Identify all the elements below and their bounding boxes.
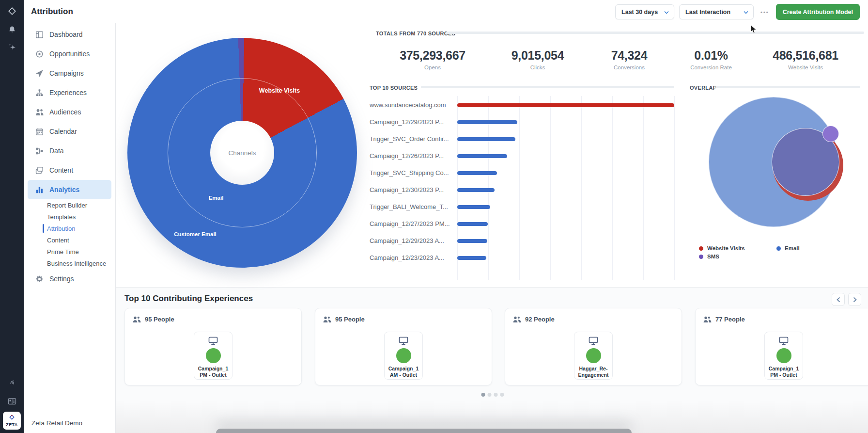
experience-node[interactable]: Campaign_1PM - Outlet	[194, 332, 232, 380]
dashboard-icon	[35, 30, 44, 39]
sidebar-sub-item[interactable]: Report Builder	[24, 199, 115, 211]
source-row[interactable]: Trigger_SVC_Order Confir...	[370, 130, 680, 147]
top-sources-shimmer-line	[421, 86, 674, 88]
source-row[interactable]: Campaign_12/26/2023 P...	[370, 147, 680, 164]
sidebar-item-label: Analytics	[49, 186, 79, 193]
sidebar-item[interactable]: Opportunities	[28, 44, 111, 64]
attribution-model-dropdown[interactable]: Last Interaction	[679, 4, 754, 19]
sidebar-item[interactable]: Content	[28, 160, 111, 180]
sidebar-sub-item-label: Templates	[47, 213, 76, 221]
sidebar-item[interactable]: Experiences	[28, 83, 111, 102]
sidebar-sub-item-label: Business Intelligence	[47, 260, 106, 267]
sunburst-label-customer-email: Customer Email	[174, 231, 217, 237]
sidebar-item-label: Settings	[49, 275, 74, 283]
source-row[interactable]: Campaign_12/27/2023 PM...	[370, 215, 680, 232]
carousel-dots	[481, 393, 504, 397]
calendar-icon	[35, 127, 44, 136]
venn-sms-circle	[822, 126, 839, 142]
dollar-icon	[206, 348, 221, 363]
carousel-dot[interactable]	[500, 393, 504, 397]
source-row[interactable]: Campaign_12/23/2023 A...	[370, 249, 680, 266]
sidebar-sub-item[interactable]: Templates	[24, 211, 115, 223]
sidebar-sub-item[interactable]: Business Intelligence	[24, 257, 115, 269]
source-bar	[457, 205, 490, 209]
metric: 375,293,667 Opens	[400, 48, 465, 70]
paper-plane-icon	[35, 69, 44, 78]
overlap-shimmer-line	[715, 86, 860, 88]
sidebar-item[interactable]: Analytics	[28, 180, 111, 199]
sidebar-item[interactable]: Data	[28, 141, 111, 160]
legend-dot	[776, 246, 781, 251]
source-row[interactable]: Trigger_BALI_Welcome_T...	[370, 198, 680, 215]
chevron-down-icon	[744, 9, 748, 16]
top-sources-header: TOP 10 SOURCES	[370, 85, 418, 91]
mouse-cursor	[750, 24, 759, 37]
metric-value: 74,324	[611, 48, 648, 63]
experience-label: Campaign_1PM - Outlet	[198, 366, 228, 378]
source-row[interactable]: Campaign_12/29/2023 A...	[370, 232, 680, 249]
sunburst-label-email: Email	[209, 195, 224, 201]
source-label: Campaign_12/29/2023 P...	[370, 118, 457, 126]
experience-card[interactable]: 95 People Campaign_1AM - Outlet	[315, 308, 492, 385]
notifications-bell-icon[interactable]	[0, 25, 24, 35]
source-label: Trigger_BALI_Welcome_T...	[370, 203, 457, 210]
data-flow-icon	[35, 146, 44, 155]
zeta-logo-badge[interactable]: ZETA	[3, 412, 21, 430]
source-label: Campaign_12/30/2023 P...	[370, 186, 457, 193]
sidebar-item-label: Audiences	[49, 108, 81, 116]
sparkles-ai-icon[interactable]	[0, 42, 24, 52]
sidebar-sub-item-label: Prime Time	[47, 248, 79, 256]
carousel-dot[interactable]	[488, 393, 492, 397]
people-icon	[323, 316, 331, 323]
page-title: Attribution	[31, 7, 73, 16]
source-bar	[457, 171, 497, 175]
sidebar-item-label: Campaigns	[49, 69, 84, 77]
sidebar-item-label: Calendar	[49, 128, 77, 135]
source-row[interactable]: Trigger_SVC_Shipping Co...	[370, 164, 680, 181]
experience-card[interactable]: 77 People Campaign_1PM - Outlet	[695, 308, 868, 385]
carousel-dot[interactable]	[494, 393, 498, 397]
sidebar-item[interactable]: Calendar	[28, 122, 111, 141]
documentation-book-icon[interactable]	[0, 397, 24, 406]
sidebar-sub-item[interactable]: Attribution	[24, 223, 115, 234]
people-count: 92 People	[513, 316, 555, 323]
experience-node[interactable]: Campaign_1PM - Outlet	[764, 332, 803, 380]
experience-card[interactable]: 92 People Haggar_Re-Engagement	[505, 308, 682, 385]
experience-node[interactable]: Campaign_1AM - Outlet	[384, 332, 423, 380]
sidebar-item[interactable]: Dashboard	[28, 25, 111, 44]
source-bar	[457, 103, 674, 107]
more-options-button[interactable]: •••	[759, 9, 771, 15]
workspace-name: Zeta Retail Demo	[31, 419, 82, 427]
metric-label: Conversion Rate	[690, 64, 732, 70]
create-attribution-model-button[interactable]: Create Attribution Model	[776, 4, 860, 20]
people-count: 95 People	[323, 316, 365, 323]
sidebar-item[interactable]: Audiences	[28, 102, 111, 122]
sunburst-center-label: Channels	[210, 121, 274, 185]
sidebar-item-settings[interactable]: Settings	[28, 269, 111, 289]
experience-node[interactable]: Haggar_Re-Engagement	[574, 332, 613, 380]
experience-card[interactable]: 95 People Campaign_1PM - Outlet	[124, 308, 302, 385]
signal-icon[interactable]	[0, 377, 24, 387]
sidebar-sub-item[interactable]: Prime Time	[24, 246, 115, 257]
people-count-label: 77 People	[715, 316, 745, 323]
legend-label: Website Visits	[707, 245, 745, 251]
dollar-icon	[776, 348, 791, 363]
source-row[interactable]: Campaign_12/29/2023 P...	[370, 113, 680, 130]
totals-shimmer-line	[446, 32, 864, 34]
source-row[interactable]: Campaign_12/30/2023 P...	[370, 181, 680, 198]
source-bar	[457, 256, 486, 260]
sidebar-sub-item[interactable]: Content	[24, 234, 115, 246]
carousel-next-button[interactable]	[848, 293, 861, 306]
dollar-icon	[396, 348, 411, 363]
zeta-diamond-icon[interactable]	[0, 6, 24, 16]
zeta-logo-diamond-icon	[9, 414, 15, 422]
chevron-right-icon	[852, 297, 857, 303]
source-row[interactable]: www.sundancecatalog.com	[370, 96, 680, 113]
carousel-prev-button[interactable]	[832, 293, 845, 306]
top-sources-list: www.sundancecatalog.com Campaign_12/29/2…	[370, 96, 680, 266]
people-count: 77 People	[703, 316, 745, 323]
carousel-dot[interactable]	[481, 393, 485, 397]
source-label: Trigger_SVC_Order Confir...	[370, 135, 457, 143]
sidebar-item[interactable]: Campaigns	[28, 64, 111, 83]
date-range-dropdown[interactable]: Last 30 days	[615, 4, 674, 19]
